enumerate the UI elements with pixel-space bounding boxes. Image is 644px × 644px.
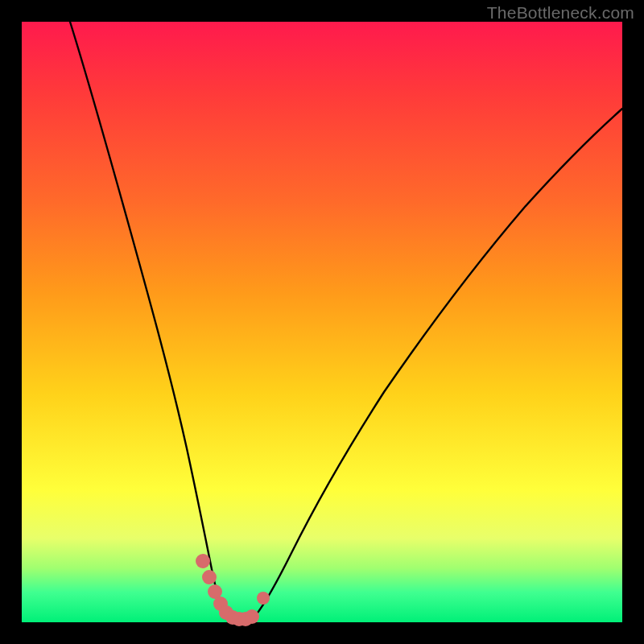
svg-point-0 — [196, 554, 210, 568]
watermark-text: TheBottleneck.com — [487, 3, 634, 23]
svg-point-8 — [245, 609, 259, 624]
plot-area — [22, 22, 622, 622]
bottleneck-curve — [70, 22, 622, 622]
svg-point-9 — [257, 592, 270, 605]
svg-point-1 — [202, 570, 217, 584]
curve-svg — [22, 22, 622, 622]
chart-frame: TheBottleneck.com — [0, 0, 644, 644]
highlight-dots-group — [196, 554, 270, 626]
